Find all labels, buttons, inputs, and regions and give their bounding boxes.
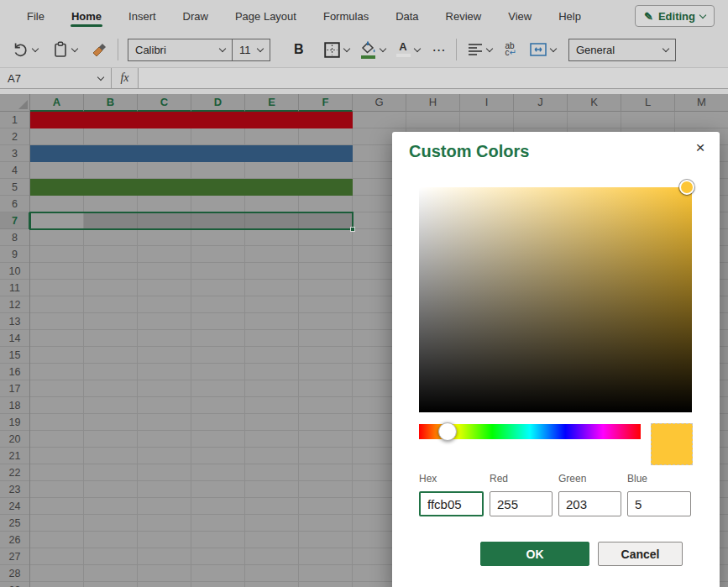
menu-tab-file[interactable]: File bbox=[13, 0, 58, 32]
borders-icon bbox=[324, 42, 340, 58]
menu-tab-view[interactable]: View bbox=[495, 0, 545, 32]
filled-cells-a5:f5[interactable] bbox=[30, 179, 353, 196]
formula-bar-row: A7 fx bbox=[0, 67, 728, 89]
cancel-button[interactable]: Cancel bbox=[598, 542, 683, 566]
ok-button[interactable]: OK bbox=[480, 542, 589, 566]
row-header-7[interactable]: 7 bbox=[0, 212, 29, 229]
row-header-2[interactable]: 2 bbox=[0, 128, 29, 145]
toolbar-separator bbox=[118, 39, 118, 60]
row-header-20[interactable]: 20 bbox=[0, 431, 29, 448]
merge-cells-icon bbox=[530, 43, 547, 56]
column-header-c[interactable]: C bbox=[138, 94, 191, 112]
bold-button[interactable]: B bbox=[289, 42, 309, 57]
saturation-value-picker[interactable] bbox=[419, 187, 692, 412]
hex-label: Hex bbox=[419, 473, 484, 485]
font-color-button[interactable]: A bbox=[396, 42, 420, 57]
formula-input[interactable] bbox=[139, 68, 728, 88]
editing-mode-button[interactable]: ✎ Editing bbox=[635, 5, 715, 27]
row-header-10[interactable]: 10 bbox=[0, 263, 29, 280]
chevron-down-icon bbox=[257, 45, 264, 51]
menu-tab-home[interactable]: Home bbox=[58, 0, 115, 32]
ellipsis-icon: ⋯ bbox=[432, 42, 447, 58]
filled-cells-a3:f3[interactable] bbox=[30, 145, 353, 162]
row-header-26[interactable]: 26 bbox=[0, 532, 29, 548]
column-header-e[interactable]: E bbox=[245, 94, 299, 112]
column-header-j[interactable]: J bbox=[514, 94, 568, 112]
row-header-19[interactable]: 19 bbox=[0, 414, 29, 431]
red-input[interactable] bbox=[490, 491, 553, 516]
green-input[interactable] bbox=[558, 491, 621, 516]
font-name-select[interactable]: Calibri bbox=[128, 39, 233, 61]
row-header-22[interactable]: 22 bbox=[0, 464, 29, 481]
row-header-29[interactable]: 29 bbox=[0, 582, 29, 587]
column-header-b[interactable]: B bbox=[84, 94, 138, 112]
font-size-value: 11 bbox=[239, 44, 251, 56]
fill-color-button[interactable] bbox=[360, 41, 385, 59]
column-header-a[interactable]: A bbox=[30, 94, 84, 112]
row-header-27[interactable]: 27 bbox=[0, 548, 29, 565]
column-header-g[interactable]: G bbox=[353, 94, 406, 112]
paste-button[interactable] bbox=[53, 41, 77, 58]
picker-handle[interactable] bbox=[679, 180, 694, 195]
hex-input[interactable] bbox=[419, 491, 484, 516]
alignment-button[interactable] bbox=[468, 43, 492, 56]
row-header-4[interactable]: 4 bbox=[0, 162, 29, 179]
column-header-h[interactable]: H bbox=[406, 94, 460, 112]
row-header-1[interactable]: 1 bbox=[0, 112, 29, 128]
name-box-value: A7 bbox=[8, 72, 21, 85]
more-options-button[interactable]: ⋯ bbox=[432, 42, 447, 58]
menu-tab-formulas[interactable]: Formulas bbox=[310, 0, 382, 32]
editing-mode-label: Editing bbox=[658, 10, 695, 23]
insert-function-button[interactable]: fx bbox=[112, 68, 139, 88]
number-format-select[interactable]: General bbox=[568, 39, 676, 61]
row-header-24[interactable]: 24 bbox=[0, 498, 29, 515]
borders-button[interactable] bbox=[324, 42, 349, 58]
select-all-corner[interactable] bbox=[0, 94, 30, 112]
color-value-fields: HexRedGreenBlue bbox=[419, 473, 691, 516]
undo-button[interactable] bbox=[12, 41, 38, 58]
column-header-i[interactable]: I bbox=[460, 94, 514, 112]
column-header-m[interactable]: M bbox=[675, 94, 728, 112]
menu-tab-label: Insert bbox=[128, 10, 156, 23]
menu-tab-page-layout[interactable]: Page Layout bbox=[222, 0, 310, 32]
chevron-down-icon bbox=[343, 45, 349, 51]
menu-tab-review[interactable]: Review bbox=[432, 0, 495, 32]
close-icon[interactable]: × bbox=[688, 135, 713, 160]
row-header-25[interactable]: 25 bbox=[0, 515, 29, 532]
blue-input[interactable] bbox=[627, 491, 691, 516]
row-header-5[interactable]: 5 bbox=[0, 179, 29, 196]
row-header-21[interactable]: 21 bbox=[0, 448, 29, 464]
row-header-17[interactable]: 17 bbox=[0, 380, 29, 397]
row-header-6[interactable]: 6 bbox=[0, 196, 29, 212]
menu-tab-insert[interactable]: Insert bbox=[115, 0, 170, 32]
selection-fill-handle[interactable] bbox=[350, 227, 355, 232]
menu-tab-help[interactable]: Help bbox=[545, 0, 594, 32]
row-header-14[interactable]: 14 bbox=[0, 330, 29, 347]
merge-cells-button[interactable] bbox=[530, 43, 556, 56]
name-box[interactable]: A7 bbox=[0, 68, 112, 88]
row-header-28[interactable]: 28 bbox=[0, 565, 29, 582]
row-header-12[interactable]: 12 bbox=[0, 296, 29, 313]
column-header-d[interactable]: D bbox=[191, 94, 245, 112]
row-header-15[interactable]: 15 bbox=[0, 347, 29, 364]
row-header-3[interactable]: 3 bbox=[0, 145, 29, 162]
format-painter-button[interactable] bbox=[91, 41, 108, 58]
column-header-k[interactable]: K bbox=[568, 94, 621, 112]
row-header-8[interactable]: 8 bbox=[0, 229, 29, 246]
column-header-l[interactable]: L bbox=[621, 94, 675, 112]
number-format-value: General bbox=[576, 44, 615, 56]
row-header-16[interactable]: 16 bbox=[0, 364, 29, 380]
font-size-select[interactable]: 11 bbox=[232, 39, 270, 61]
row-header-23[interactable]: 23 bbox=[0, 481, 29, 498]
fill-color-icon bbox=[360, 41, 376, 59]
wrap-text-button[interactable]: ab c↵ bbox=[505, 43, 516, 56]
menu-tab-data[interactable]: Data bbox=[382, 0, 432, 32]
row-header-9[interactable]: 9 bbox=[0, 246, 29, 263]
filled-cells-a1:f1[interactable] bbox=[30, 112, 353, 128]
menu-tab-draw[interactable]: Draw bbox=[170, 0, 222, 32]
row-header-18[interactable]: 18 bbox=[0, 397, 29, 414]
row-header-11[interactable]: 11 bbox=[0, 280, 29, 296]
column-header-f[interactable]: F bbox=[299, 94, 353, 112]
menu-tab-label: View bbox=[508, 10, 532, 23]
row-header-13[interactable]: 13 bbox=[0, 313, 29, 330]
